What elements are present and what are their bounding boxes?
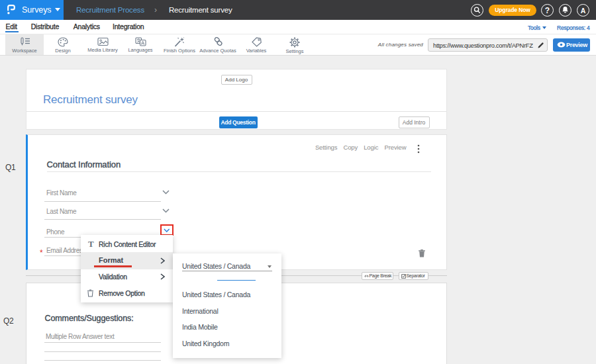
svg-text:T: T <box>88 240 94 248</box>
